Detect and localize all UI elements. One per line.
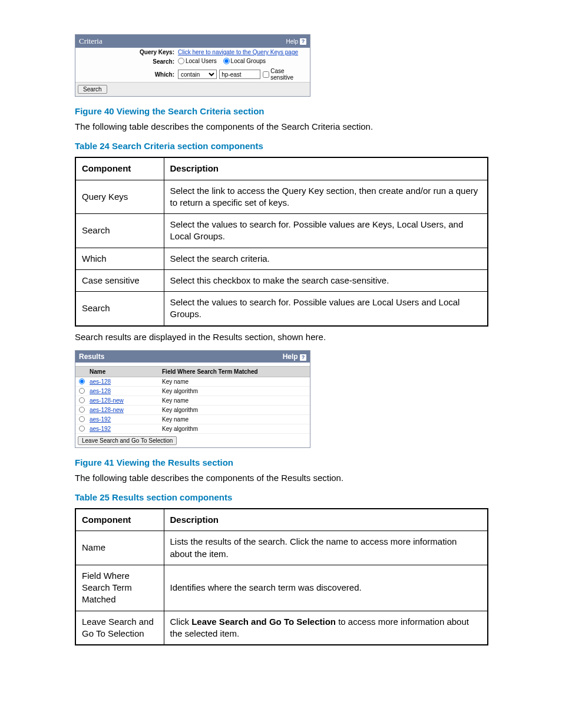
help-label: Help	[283, 353, 298, 361]
result-name-link[interactable]: aes-128	[90, 378, 111, 385]
radio-local-groups[interactable]: Local Groups	[223, 58, 266, 64]
result-field: Key name	[162, 378, 310, 385]
table-cell: Lists the results of the search. Click t…	[164, 531, 488, 565]
results-column-headers: Name Field Where Search Term Matched	[75, 366, 310, 377]
result-field: Key name	[162, 397, 310, 404]
radio-local-users-label: Local Users	[186, 58, 217, 64]
result-radio[interactable]	[79, 397, 85, 403]
table-24-caption: Table 24 Search Criteria section compone…	[75, 141, 488, 151]
table-row: Field Where Search Term MatchedIdentifie…	[75, 565, 488, 611]
result-radio[interactable]	[79, 388, 85, 394]
table-row: SearchSelect the values to search for. P…	[75, 292, 488, 326]
table-row: SearchSelect the values to search for. P…	[75, 214, 488, 248]
which-label: Which:	[78, 71, 178, 78]
figure-41-caption: Figure 41 Viewing the Results section	[75, 457, 488, 467]
result-radio[interactable]	[79, 407, 85, 413]
result-name-link[interactable]: aes-192	[90, 426, 111, 432]
figure-41-desc: The following table describes the compon…	[75, 472, 488, 484]
results-row: aes-128Key algorithm	[75, 387, 310, 396]
help-icon: ?	[300, 354, 306, 361]
table-cell: Field Where Search Term Matched	[75, 565, 164, 611]
table-cell: Leave Search and Go To Selection	[75, 611, 164, 645]
table-header: Component	[75, 157, 164, 180]
search-row: Search: Local Users Local Groups	[75, 57, 310, 67]
table-row: Leave Search and Go To SelectionClick Le…	[75, 611, 488, 645]
result-field: Key algorithm	[162, 407, 310, 413]
result-field: Key algorithm	[162, 388, 310, 394]
table-24: ComponentDescription Query KeysSelect th…	[75, 157, 488, 326]
table-cell: Select the values to search for. Possibl…	[164, 292, 488, 326]
results-footer: Leave Search and Go To Selection	[75, 434, 310, 447]
results-row: aes-128-newKey algorithm	[75, 406, 310, 415]
results-intro: Search results are displayed in the Resu…	[75, 331, 488, 343]
which-text[interactable]	[219, 70, 260, 79]
querykeys-label: Query Keys:	[78, 49, 178, 55]
help-icon: ?	[300, 38, 306, 45]
result-radio[interactable]	[79, 416, 85, 422]
result-field: Key name	[162, 416, 310, 423]
table-cell: Select the link to access the Query Key …	[164, 180, 488, 214]
case-sensitive[interactable]: Case sensitive	[263, 68, 308, 81]
table-cell: Case sensitive	[75, 269, 164, 291]
table-row: Case sensitiveSelect this checkbox to ma…	[75, 269, 488, 291]
search-button[interactable]: Search	[78, 85, 107, 94]
table-header: Description	[164, 157, 488, 180]
table-25: ComponentDescription NameLists the resul…	[75, 508, 488, 645]
result-radio[interactable]	[79, 426, 85, 431]
table-cell: Select the values to search for. Possibl…	[164, 214, 488, 248]
results-row: aes-128Key name	[75, 377, 310, 387]
querykeys-link[interactable]: Click here to navigate to the Query Keys…	[178, 49, 298, 55]
search-label: Search:	[78, 58, 178, 65]
result-radio[interactable]	[79, 378, 85, 384]
radio-local-users[interactable]: Local Users	[178, 58, 217, 64]
table-cell: Identifies where the search term was dis…	[164, 565, 488, 611]
criteria-panel: Criteria Help ? Query Keys: Click here t…	[75, 34, 310, 97]
leave-search-button[interactable]: Leave Search and Go To Selection	[78, 436, 177, 445]
table-header: Component	[75, 509, 164, 531]
radio-local-groups-label: Local Groups	[231, 58, 266, 64]
querykeys-row: Query Keys: Click here to navigate to th…	[75, 48, 310, 57]
which-row: Which: contain Case sensitive	[75, 67, 310, 82]
results-row: aes-192Key algorithm	[75, 424, 310, 434]
help-link[interactable]: Help ?	[286, 38, 306, 45]
figure-40-desc: The following table describes the compon…	[75, 121, 488, 133]
search-bar: Search	[75, 82, 310, 96]
table-cell: Which	[75, 248, 164, 269]
case-sensitive-label: Case sensitive	[270, 68, 306, 81]
table-25-caption: Table 25 Results section components	[75, 492, 488, 502]
col-name-header: Name	[88, 368, 162, 375]
result-name-link[interactable]: aes-192	[90, 416, 111, 423]
table-cell: Name	[75, 531, 164, 565]
results-panel: Results Help ? Name Field Where Search T…	[75, 350, 310, 448]
table-row: Query KeysSelect the link to access the …	[75, 180, 488, 214]
table-cell: Query Keys	[75, 180, 164, 214]
results-title: Results	[79, 353, 104, 361]
result-field: Key algorithm	[162, 426, 310, 432]
table-cell: Search	[75, 214, 164, 248]
table-cell: Search	[75, 292, 164, 326]
figure-40-caption: Figure 40 Viewing the Search Criteria se…	[75, 106, 488, 116]
criteria-title: Criteria	[79, 37, 103, 46]
result-name-link[interactable]: aes-128-new	[90, 407, 124, 413]
result-name-link[interactable]: aes-128-new	[90, 397, 124, 404]
criteria-header: Criteria Help ?	[75, 35, 310, 48]
table-cell: Select this checkbox to make the search …	[164, 269, 488, 291]
result-name-link[interactable]: aes-128	[90, 388, 111, 394]
results-row: aes-192Key name	[75, 415, 310, 424]
table-header: Description	[164, 509, 488, 531]
table-row: NameLists the results of the search. Cli…	[75, 531, 488, 565]
table-cell: Select the search criteria.	[164, 248, 488, 269]
results-header: Results Help ?	[75, 351, 310, 363]
which-select[interactable]: contain	[178, 70, 217, 79]
col-field-header: Field Where Search Term Matched	[162, 368, 310, 375]
results-row: aes-128-newKey name	[75, 396, 310, 406]
table-cell: Click Leave Search and Go To Selection t…	[164, 611, 488, 645]
help-label: Help	[286, 38, 298, 45]
help-link[interactable]: Help ?	[283, 353, 306, 361]
table-row: WhichSelect the search criteria.	[75, 248, 488, 269]
